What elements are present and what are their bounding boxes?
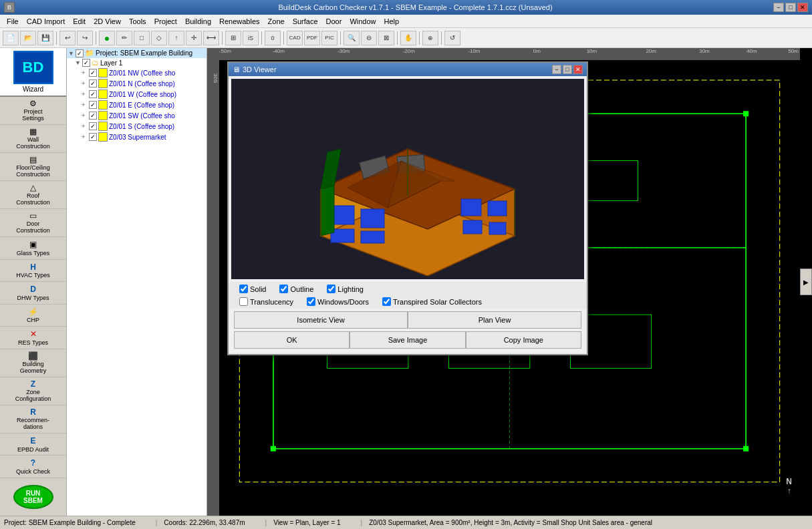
cross-tool[interactable]: ✛ [186,31,202,45]
svg-rect-5 [743,111,749,116]
canvas-area[interactable]: -50m -40m -30m -20m -10m 0m 10m 20m 30m … [207,48,812,516]
plan-view-button[interactable]: Plan View [408,311,581,329]
menu-bar: File CAD Import Edit 2D View Tools Proje… [0,15,812,28]
tree-item-z001-w[interactable]: + ✓ Z0/01 W (Coffee shop) [67,89,207,100]
save-image-button[interactable]: Save Image [350,331,465,349]
dialog-close-button[interactable]: ✕ [573,65,583,74]
tree-item-z001-nw[interactable]: + ✓ Z0/01 NW (Coffee sho [67,67,207,78]
undo-button[interactable]: ↩ [59,31,76,45]
transpired-checkbox-label[interactable]: Transpired Solar Collectors [382,297,482,306]
ruler-top: -50m -40m -30m -20m -10m 0m 10m 20m 30m … [207,48,800,60]
isometric-view-button[interactable]: Isometric View [234,311,408,329]
menu-surface[interactable]: Surface [289,15,322,27]
viewer-3d-canvas[interactable] [231,79,584,279]
sidebar-item-building-geometry[interactable]: ⬛ BuildingGeometry [0,349,66,377]
reset-button[interactable]: ↺ [444,31,460,45]
mode-button[interactable]: ● [99,31,115,45]
solid-checkbox-label[interactable]: Solid [239,285,266,293]
pdf-button[interactable]: PDF [304,31,320,45]
tree-item-project[interactable]: ▼ ✓ 📁 Project: SBEM Example Building [67,48,207,58]
translucency-checkbox-label[interactable]: Translucency [239,297,293,306]
sidebar-item-chp[interactable]: ⚡ CHP [0,305,66,327]
menu-door[interactable]: Door [322,15,346,27]
tree-item-z001-n[interactable]: + ✓ Z0/01 N (Coffee shop) [67,78,207,89]
zero-button[interactable]: 0 [265,31,281,45]
save-button[interactable]: 💾 [37,31,53,45]
sidebar-item-wall-construction[interactable]: ▦ WallConstruction [0,125,66,153]
logo-icon: BD [13,51,53,84]
sidebar-item-quick-check[interactable]: ? Quick Check [0,456,66,478]
grid-button[interactable]: ⊞ [225,31,241,45]
zoom-in-button[interactable]: 🔍 [344,31,360,45]
minimize-button[interactable]: − [773,3,784,12]
right-nav-button[interactable]: ▶ [800,269,812,295]
ok-button[interactable]: OK [234,331,350,349]
tree-item-layer1[interactable]: ▼ ✓ 🗂 Layer 1 [67,58,207,67]
north-arrow: N ↑ [786,477,792,496]
menu-help[interactable]: Help [380,15,404,27]
tree-item-z001-sw[interactable]: + ✓ Z0/01 SW (Coffee sho [67,110,207,121]
menu-file[interactable]: File [3,15,23,27]
open-button[interactable]: 📂 [20,31,36,45]
menu-building[interactable]: Building [181,15,215,27]
tree-item-z001-e[interactable]: + ✓ Z0/01 E (Coffee shop) [67,100,207,110]
door-icon: ▭ [27,211,40,220]
menu-cad-import[interactable]: CAD Import [23,15,69,27]
draw-tool[interactable]: ✏ [116,31,132,45]
pan-button[interactable]: ✋ [400,31,416,45]
sidebar-item-door-construction[interactable]: ▭ DoorConstruction [0,209,66,237]
snap-button[interactable]: ⊕ [422,31,438,45]
pic-button[interactable]: PIC [321,31,337,45]
copy-image-button[interactable]: Copy Image [466,331,581,349]
menu-edit[interactable]: Edit [69,15,90,27]
sidebar-item-hvac[interactable]: H HVAC Types [0,260,66,283]
sidebar-item-floor-construction[interactable]: ▤ Floor/CeilingConstruction [0,153,66,181]
dialog-maximize-button[interactable]: □ [563,65,572,74]
wizard-logo: BD Wizard [0,48,66,97]
solid-checkbox[interactable] [239,285,248,293]
measure-tool[interactable]: ⟷ [203,31,219,45]
maximize-button[interactable]: □ [785,3,796,12]
new-button[interactable]: 📄 [3,31,19,45]
redo-button[interactable]: ↪ [77,31,93,45]
menu-renewables[interactable]: Renewables [215,15,264,27]
cad-button[interactable]: CAD [287,31,303,45]
is-button[interactable]: iS [243,31,259,45]
windows-doors-checkbox[interactable] [307,297,315,306]
sidebar-item-res[interactable]: ✕ RES Types [0,327,66,349]
sidebar-item-dhw[interactable]: D DHW Types [0,282,66,305]
menu-2d-view[interactable]: 2D View [90,15,125,27]
menu-zone[interactable]: Zone [264,15,289,27]
windows-doors-checkbox-label[interactable]: Windows/Doors [307,297,369,306]
sidebar-item-zone-config[interactable]: Z ZoneConfiguration [0,377,66,405]
res-icon: ✕ [27,329,40,339]
outline-checkbox-label[interactable]: Outline [279,285,313,293]
sidebar-item-project-settings[interactable]: ⚙ ProjectSettings [0,97,66,125]
zoom-out-button[interactable]: ⊖ [361,31,377,45]
menu-tools[interactable]: Tools [125,15,150,27]
tree-item-z003[interactable]: + ✓ Z0/03 Supermarket [67,132,207,142]
chp-icon: ⚡ [27,307,40,317]
sidebar-item-recommendations[interactable]: R Recommen-dations [0,405,66,433]
rect-tool[interactable]: □ [134,31,150,45]
lighting-checkbox-label[interactable]: Lighting [327,285,364,293]
transpired-checkbox[interactable] [382,297,391,306]
poly-tool[interactable]: ◇ [151,31,167,45]
sidebar-item-roof-construction[interactable]: △ RoofConstruction [0,181,66,209]
dialog-minimize-button[interactable]: − [552,65,561,74]
arrow-tool[interactable]: ↑ [168,31,184,45]
close-button[interactable]: ✕ [797,3,808,12]
menu-project[interactable]: Project [150,15,181,27]
svg-rect-27 [489,222,506,234]
lighting-checkbox[interactable] [327,285,335,293]
menu-window[interactable]: Window [346,15,380,27]
sidebar-item-glass-types[interactable]: ▣ Glass Types [0,237,66,260]
run-sbem-button[interactable]: RUNSBEM [13,485,53,509]
zoom-fit-button[interactable]: ⊠ [378,31,394,45]
tree-item-z001-s[interactable]: + ✓ Z0/01 S (Coffee shop) [67,121,207,132]
rec-icon: R [27,407,40,417]
status-zone-info: Z0/03 Supermarket, Area = 900m², Height … [369,519,652,526]
translucency-checkbox[interactable] [239,297,248,306]
sidebar-item-epbd[interactable]: E EPBD Audit [0,433,66,456]
outline-checkbox[interactable] [279,285,288,293]
